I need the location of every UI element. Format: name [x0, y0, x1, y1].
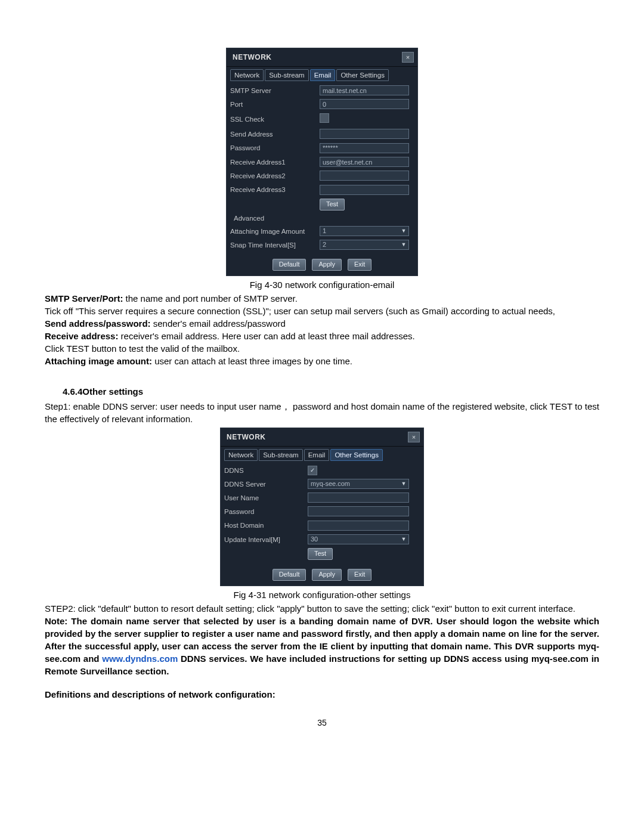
- receive1-input[interactable]: [320, 157, 409, 167]
- definitions-heading: Definitions and descriptions of network …: [45, 688, 599, 701]
- password-label: Password: [224, 507, 308, 516]
- tab-email[interactable]: Email: [304, 449, 330, 461]
- ddns-server-value: myq-see.com: [311, 479, 350, 488]
- send-pass-desc: sender's email address/password: [151, 318, 286, 329]
- tab-network[interactable]: Network: [230, 69, 264, 81]
- ddns-label: DDNS: [224, 466, 308, 475]
- tab-other-settings[interactable]: Other Settings: [336, 69, 389, 81]
- close-icon[interactable]: ×: [408, 432, 420, 442]
- chevron-down-icon: ▼: [401, 535, 407, 543]
- host-domain-input[interactable]: [308, 521, 409, 531]
- update-interval-label: Update Interval[M]: [224, 535, 308, 544]
- network-dialog-email: NETWORK × Network Sub-stream Email Other…: [226, 48, 418, 276]
- dialog-footer: Default Apply Exit: [221, 565, 423, 586]
- dialog-footer: Default Apply Exit: [227, 255, 417, 275]
- figure-caption-2: Fig 4-31 network configuration-other set…: [45, 589, 599, 601]
- note-text: Note: The domain name server that select…: [45, 615, 599, 677]
- default-button[interactable]: Default: [273, 259, 306, 271]
- smtp-server-input[interactable]: [320, 85, 409, 95]
- snap-interval-value: 2: [323, 240, 326, 249]
- tab-bar: Network Sub-stream Email Other Settings: [221, 447, 423, 461]
- password2-input[interactable]: [308, 506, 409, 516]
- chevron-down-icon: ▼: [401, 227, 407, 235]
- tab-email[interactable]: Email: [310, 69, 336, 81]
- user-name-input[interactable]: [308, 493, 409, 503]
- host-domain-label: Host Domain: [224, 521, 308, 530]
- ssl-check-label: SSL Check: [230, 114, 320, 124]
- attaching-image-value: 1: [323, 227, 326, 236]
- ssl-checkbox[interactable]: [320, 113, 329, 123]
- chevron-down-icon: ▼: [401, 241, 407, 249]
- receive-head: Receive address:: [45, 331, 118, 341]
- user-name-label: User Name: [224, 493, 308, 503]
- click-test-desc: Click TEST button to test the valid of t…: [45, 342, 599, 355]
- advanced-label: Advanced: [230, 212, 414, 224]
- attaching-image-select[interactable]: 1▼: [320, 226, 409, 236]
- exit-button[interactable]: Exit: [348, 259, 371, 271]
- tab-bar: Network Sub-stream Email Other Settings: [227, 67, 417, 81]
- exit-button[interactable]: Exit: [348, 569, 371, 581]
- ddns-server-select[interactable]: myq-see.com▼: [308, 479, 409, 489]
- snap-interval-label: Snap Time Interval[S]: [230, 240, 320, 250]
- send-pass-head: Send address/password:: [45, 318, 151, 329]
- page-number: 35: [45, 717, 599, 729]
- test-button[interactable]: Test: [308, 548, 333, 560]
- figure-caption-1: Fig 4-30 network configuration-email: [45, 278, 599, 291]
- ssl-note: Tick off "This server requires a secure …: [45, 305, 599, 317]
- snap-interval-select[interactable]: 2▼: [320, 240, 409, 250]
- attach-desc: user can attach at least three images by…: [152, 356, 352, 366]
- default-button[interactable]: Default: [273, 569, 306, 581]
- update-interval-select[interactable]: 30▼: [308, 534, 409, 544]
- dialog-titlebar: NETWORK ×: [221, 428, 423, 447]
- attaching-image-label: Attaching Image Amount: [230, 227, 320, 236]
- step1-text: Step1: enable DDNS server: user needs to…: [45, 400, 599, 425]
- close-icon[interactable]: ×: [402, 52, 414, 63]
- smtp-server-label: SMTP Server: [230, 86, 320, 95]
- tab-substream[interactable]: Sub-stream: [265, 69, 308, 81]
- send-address-label: Send Address: [230, 129, 320, 139]
- send-address-input[interactable]: [320, 129, 409, 139]
- chevron-down-icon: ▼: [401, 480, 407, 488]
- receive2-input[interactable]: [320, 171, 409, 181]
- ddns-server-label: DDNS Server: [224, 479, 308, 489]
- smtp-port-desc: the name and port number of SMTP server.: [123, 293, 297, 304]
- receive3-input[interactable]: [320, 185, 409, 195]
- section-heading: 4.6.4Other settings: [63, 385, 599, 398]
- dialog-title: NETWORK: [227, 432, 266, 442]
- step2-text: STEP2: click "default" button to resort …: [45, 602, 599, 615]
- receive3-label: Receive Address3: [230, 185, 320, 194]
- port-label: Port: [230, 100, 320, 109]
- apply-button[interactable]: Apply: [312, 569, 342, 581]
- check-icon: ✓: [310, 467, 315, 473]
- network-dialog-other: NETWORK × Network Sub-stream Email Other…: [220, 428, 424, 586]
- ddns-checkbox[interactable]: ✓: [308, 466, 317, 475]
- port-input[interactable]: [320, 99, 409, 109]
- tab-network[interactable]: Network: [224, 449, 258, 461]
- receive-desc: receiver's email address. Here user can …: [118, 331, 414, 341]
- apply-button[interactable]: Apply: [312, 259, 342, 271]
- dialog-title: NETWORK: [233, 52, 272, 63]
- tab-substream[interactable]: Sub-stream: [259, 449, 302, 461]
- password-label: Password: [230, 143, 320, 153]
- attach-head: Attaching image amount:: [45, 356, 152, 366]
- dyndns-link[interactable]: www.dyndns.com: [102, 654, 178, 664]
- tab-other-settings[interactable]: Other Settings: [330, 449, 383, 461]
- password-input[interactable]: [320, 143, 409, 153]
- dialog-titlebar: NETWORK ×: [227, 48, 417, 67]
- receive1-label: Receive Address1: [230, 157, 320, 167]
- update-interval-value: 30: [311, 535, 318, 544]
- test-button[interactable]: Test: [320, 199, 345, 210]
- receive2-label: Receive Address2: [230, 171, 320, 181]
- smtp-port-head: SMTP Server/Port:: [45, 293, 123, 304]
